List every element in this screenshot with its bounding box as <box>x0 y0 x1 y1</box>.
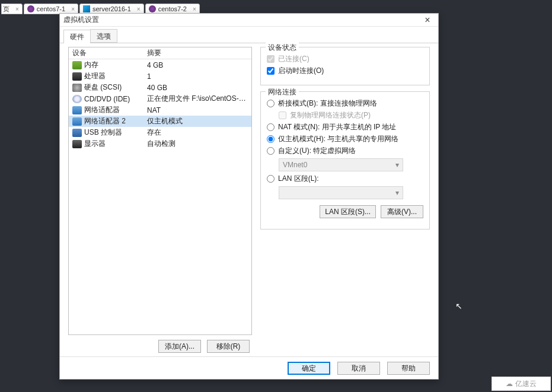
nat-radio[interactable]: NAT 模式(N): 用于共享主机的 IP 地址 <box>267 122 423 132</box>
centos-icon <box>27 5 34 12</box>
hostonly-label: 仅主机模式(H): 与主机共享的专用网络 <box>278 134 398 144</box>
usb-icon <box>72 129 82 137</box>
col-summary: 摘要 <box>147 48 248 58</box>
nat-label: NAT 模式(N): 用于共享主机的 IP 地址 <box>278 122 396 132</box>
bridged-label: 桥接模式(B): 直接连接物理网络 <box>278 98 377 109</box>
device-summary: NAT <box>147 106 248 114</box>
hardware-row[interactable]: 内存4 GB <box>69 59 251 71</box>
device-name: USB 控制器 <box>84 128 147 138</box>
windows-icon <box>83 5 90 12</box>
group-legend: 网络连接 <box>266 87 299 97</box>
device-summary: 1 <box>147 72 248 81</box>
watermark-label: 亿速云 <box>515 379 537 389</box>
hardware-row[interactable]: 网络适配器NAT <box>69 104 251 116</box>
workspace-tab[interactable]: 页 × <box>1 4 23 14</box>
net-icon <box>72 106 82 114</box>
device-name: 处理器 <box>84 71 147 81</box>
device-summary: 正在使用文件 F:\iso\CentOS-7-... <box>147 94 248 104</box>
device-summary: 仅主机模式 <box>147 116 248 126</box>
watermark: ☁ 亿速云 <box>492 377 551 391</box>
custom-radio[interactable]: 自定义(U): 特定虚拟网络 <box>267 146 423 156</box>
lanseg-combo: ▾ <box>279 186 403 199</box>
cloud-icon: ☁ <box>506 380 513 388</box>
mouse-cursor-icon: ↖ <box>455 301 462 311</box>
device-name: 硬盘 (SCSI) <box>84 82 147 93</box>
tab-label: server2016-1 <box>92 5 131 12</box>
cd-icon <box>72 95 82 103</box>
dialog-title: 虚拟机设置 <box>63 15 420 25</box>
hardware-list-header: 设备 摘要 <box>69 47 251 59</box>
hostonly-input[interactable] <box>267 135 275 143</box>
net-icon <box>72 117 82 126</box>
close-icon[interactable]: × <box>15 6 19 12</box>
hardware-row[interactable]: CD/DVD (IDE)正在使用文件 F:\iso\CentOS-7-... <box>69 93 251 104</box>
mem-icon <box>72 61 82 69</box>
device-summary: 自动检测 <box>147 139 248 149</box>
replicate-label: 复制物理网络连接状态(P) <box>290 110 371 120</box>
lan-segments-button[interactable]: LAN 区段(S)... <box>320 205 376 218</box>
bridged-radio[interactable]: 桥接模式(B): 直接连接物理网络 <box>267 98 423 109</box>
device-summary: 40 GB <box>147 84 248 92</box>
chevron-down-icon: ▾ <box>395 189 399 197</box>
connected-label: 已连接(C) <box>278 54 309 64</box>
hdd-icon <box>72 84 82 92</box>
centos-icon <box>149 5 156 12</box>
device-name: 显示器 <box>84 139 147 149</box>
bridged-input[interactable] <box>267 100 275 107</box>
remove-hardware-button[interactable]: 移除(R) <box>207 340 250 353</box>
chevron-down-icon: ▾ <box>395 161 399 169</box>
connected-input <box>267 55 275 63</box>
custom-label: 自定义(U): 特定虚拟网络 <box>278 146 356 156</box>
hardware-row[interactable]: USB 控制器存在 <box>69 127 251 138</box>
hostonly-radio[interactable]: 仅主机模式(H): 与主机共享的专用网络 <box>267 134 423 144</box>
ok-button[interactable]: 确定 <box>288 362 330 375</box>
add-hardware-button[interactable]: 添加(A)... <box>158 340 201 353</box>
lanseg-label: LAN 区段(L): <box>278 174 319 184</box>
connected-checkbox: 已连接(C) <box>267 54 423 64</box>
vm-settings-dialog: 虚拟机设置 × 硬件 选项 设备 摘要 内存4 GB处理器1硬盘 (SCSI)4… <box>59 13 439 380</box>
dialog-titlebar: 虚拟机设置 × <box>60 14 438 27</box>
advanced-button[interactable]: 高级(V)... <box>381 205 423 218</box>
cancel-button[interactable]: 取消 <box>337 362 380 375</box>
replicate-input <box>279 111 286 119</box>
hardware-row[interactable]: 显示器自动检测 <box>69 138 251 149</box>
tab-label: centos7-1 <box>37 5 65 12</box>
col-device: 设备 <box>72 48 147 58</box>
connect-at-poweron-checkbox[interactable]: 启动时连接(O) <box>267 66 423 76</box>
nat-input[interactable] <box>267 123 275 131</box>
custom-input[interactable] <box>267 147 275 155</box>
device-name: 内存 <box>84 60 147 70</box>
tab-hardware[interactable]: 硬件 <box>63 30 91 43</box>
connect-at-poweron-label: 启动时连接(O) <box>278 66 324 76</box>
connect-at-poweron-input[interactable] <box>267 67 275 75</box>
cpu-icon <box>72 72 82 81</box>
device-name: 网络适配器 2 <box>84 116 147 126</box>
device-name: 网络适配器 <box>84 105 147 115</box>
device-summary: 存在 <box>147 128 248 138</box>
device-name: CD/DVD (IDE) <box>84 95 147 103</box>
close-icon[interactable]: × <box>420 16 435 24</box>
tab-label: centos7-2 <box>158 5 187 12</box>
replicate-checkbox: 复制物理网络连接状态(P) <box>279 110 423 120</box>
custom-network-combo: VMnet0 ▾ <box>279 158 403 171</box>
close-icon[interactable]: × <box>71 6 75 12</box>
disp-icon <box>72 140 82 148</box>
hardware-row[interactable]: 网络适配器 2仅主机模式 <box>69 116 251 127</box>
lanseg-radio[interactable]: LAN 区段(L): <box>267 174 423 184</box>
dialog-footer: 确定 取消 帮助 <box>60 356 438 379</box>
group-legend: 设备状态 <box>266 43 299 53</box>
lanseg-input[interactable] <box>267 175 275 183</box>
tab-options[interactable]: 选项 <box>90 29 117 43</box>
help-button[interactable]: 帮助 <box>387 362 430 375</box>
settings-tab-bar: 硬件 选项 <box>60 29 438 43</box>
combo-value: VMnet0 <box>283 161 307 169</box>
hardware-list: 设备 摘要 内存4 GB处理器1硬盘 (SCSI)40 GBCD/DVD (ID… <box>68 47 252 335</box>
device-summary: 4 GB <box>147 61 248 69</box>
device-status-group: 设备状态 已连接(C) 启动时连接(O) <box>260 47 430 85</box>
network-connection-group: 网络连接 桥接模式(B): 直接连接物理网络 复制物理网络连接状态(P) NAT… <box>260 91 430 230</box>
tab-label: 页 <box>3 5 9 14</box>
close-icon[interactable]: × <box>137 6 141 12</box>
hardware-row[interactable]: 硬盘 (SCSI)40 GB <box>69 82 251 93</box>
close-icon[interactable]: × <box>193 6 196 12</box>
hardware-row[interactable]: 处理器1 <box>69 71 251 82</box>
